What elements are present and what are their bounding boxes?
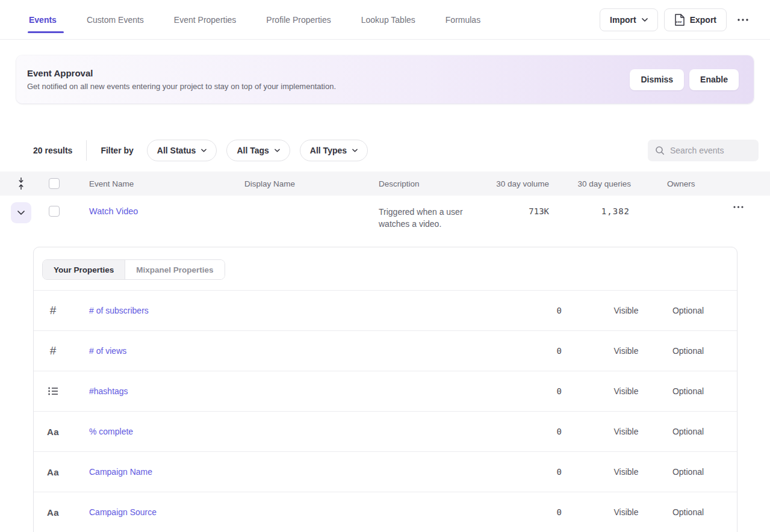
property-row: Aa Campaign Name 0 Visible Optional [34, 452, 737, 492]
property-name-link[interactable]: Campaign Source [72, 507, 532, 517]
property-row: Aa % complete 0 Visible Optional [34, 412, 737, 452]
banner-text: Event Approval Get notified on all new e… [27, 68, 336, 91]
export-button-label: Export [690, 15, 716, 25]
chevron-down-icon [17, 211, 25, 215]
types-filter-dropdown[interactable]: All Types [300, 140, 368, 161]
event-row-watch-video: Watch Video Triggered when a user watche… [0, 196, 770, 249]
status-filter-dropdown[interactable]: All Status [147, 140, 217, 161]
event-queries: 1,382 [554, 196, 636, 216]
property-requirement: Optional [660, 467, 716, 477]
column-header-volume: 30 day volume [470, 179, 554, 188]
property-visibility: Visible [592, 507, 660, 517]
column-header-description: Description [367, 179, 470, 188]
column-header-display-name: Display Name [232, 179, 367, 188]
property-requirement: Optional [660, 427, 716, 436]
tab-events[interactable]: Events [29, 0, 57, 39]
property-value: 0 [532, 386, 592, 396]
banner-title: Event Approval [27, 68, 336, 78]
property-value: 0 [532, 427, 592, 436]
nav-actions: Import csv Export [600, 8, 753, 31]
property-name-link[interactable]: # of subscribers [72, 306, 532, 315]
property-value: 0 [532, 467, 592, 477]
tab-custom-events[interactable]: Custom Events [87, 0, 144, 39]
property-value: 0 [532, 306, 592, 315]
import-button[interactable]: Import [600, 8, 658, 31]
chevron-down-icon [201, 149, 206, 152]
tab-mixpanel-properties[interactable]: Mixpanel Properties [125, 260, 224, 279]
tab-event-properties[interactable]: Event Properties [174, 0, 237, 39]
property-name-link[interactable]: Campaign Name [72, 467, 532, 477]
lexicon-tabs: Events Custom Events Event Properties Pr… [29, 0, 480, 39]
event-volume: 713K [470, 196, 554, 216]
ellipsis-icon [737, 19, 748, 21]
event-description: Triggered when a user watches a video. [367, 196, 470, 230]
collapse-row-button[interactable] [11, 202, 31, 223]
chevron-down-icon [275, 149, 280, 152]
property-requirement: Optional [660, 306, 716, 315]
chevron-down-icon [642, 18, 648, 22]
number-type-icon: # [50, 304, 57, 317]
tab-formulas[interactable]: Formulas [446, 0, 480, 39]
text-type-icon: Aa [47, 507, 59, 518]
event-name-link[interactable]: Watch Video [77, 196, 232, 216]
property-name-link[interactable]: % complete [72, 427, 532, 436]
row-checkbox[interactable] [49, 206, 60, 217]
types-filter-label: All Types [310, 146, 347, 155]
property-row: Aa Campaign Source 0 Visible Optional [34, 492, 737, 532]
property-requirement: Optional [660, 346, 716, 356]
export-button[interactable]: csv Export [664, 8, 727, 31]
banner-subtitle: Get notified on all new events entering … [27, 82, 336, 91]
import-button-label: Import [610, 15, 636, 25]
more-options-button[interactable] [733, 15, 753, 25]
column-header-queries: 30 day queries [554, 179, 636, 188]
list-type-icon [48, 387, 58, 395]
dismiss-button[interactable]: Dismiss [630, 69, 684, 90]
enable-button[interactable]: Enable [689, 69, 739, 90]
event-properties-panel: Your Properties Mixpanel Properties # # … [33, 247, 737, 532]
results-count: 20 results [33, 146, 72, 155]
status-filter-label: All Status [157, 146, 196, 155]
property-value: 0 [532, 346, 592, 356]
tab-your-properties[interactable]: Your Properties [43, 260, 125, 279]
properties-tab-group: Your Properties Mixpanel Properties [42, 259, 225, 280]
filter-by-label: Filter by [101, 146, 133, 155]
text-type-icon: Aa [47, 467, 59, 477]
property-row: #hashtags 0 Visible Optional [34, 371, 737, 412]
property-visibility: Visible [592, 427, 660, 436]
property-visibility: Visible [592, 306, 660, 315]
property-visibility: Visible [592, 346, 660, 356]
search-events-box [648, 140, 759, 161]
collapse-rows-icon [17, 177, 25, 190]
row-more-options-button[interactable] [732, 205, 745, 209]
event-approval-banner: Event Approval Get notified on all new e… [16, 55, 754, 104]
ellipsis-icon [733, 206, 744, 208]
banner-actions: Dismiss Enable [630, 69, 739, 90]
csv-file-icon: csv [674, 14, 685, 26]
property-row: # # of subscribers 0 Visible Optional [34, 291, 737, 331]
property-visibility: Visible [592, 467, 660, 477]
select-all-checkbox[interactable] [49, 178, 60, 189]
property-value: 0 [532, 507, 592, 517]
property-visibility: Visible [592, 386, 660, 396]
chevron-down-icon [352, 149, 358, 152]
filter-toolbar: 20 results Filter by All Status All Tags… [33, 140, 759, 161]
properties-list: # # of subscribers 0 Visible Optional # … [34, 290, 737, 532]
collapse-all-button[interactable] [0, 177, 42, 190]
number-type-icon: # [50, 344, 57, 357]
events-table-header: Event Name Display Name Description 30 d… [0, 172, 770, 196]
tags-filter-dropdown[interactable]: All Tags [226, 140, 290, 161]
svg-text:csv: csv [675, 20, 682, 23]
column-header-owners: Owners [636, 179, 720, 188]
property-row: # # of views 0 Visible Optional [34, 331, 737, 371]
property-name-link[interactable]: # of views [72, 346, 532, 356]
tags-filter-label: All Tags [237, 146, 269, 155]
column-header-event-name: Event Name [77, 179, 232, 188]
toolbar-divider [86, 140, 87, 161]
property-name-link[interactable]: #hashtags [72, 386, 532, 396]
search-icon [655, 146, 665, 155]
tab-lookup-tables[interactable]: Lookup Tables [361, 0, 415, 39]
tab-profile-properties[interactable]: Profile Properties [266, 0, 331, 39]
top-navigation: Events Custom Events Event Properties Pr… [0, 0, 770, 40]
property-requirement: Optional [660, 386, 716, 396]
search-events-input[interactable] [670, 146, 751, 155]
